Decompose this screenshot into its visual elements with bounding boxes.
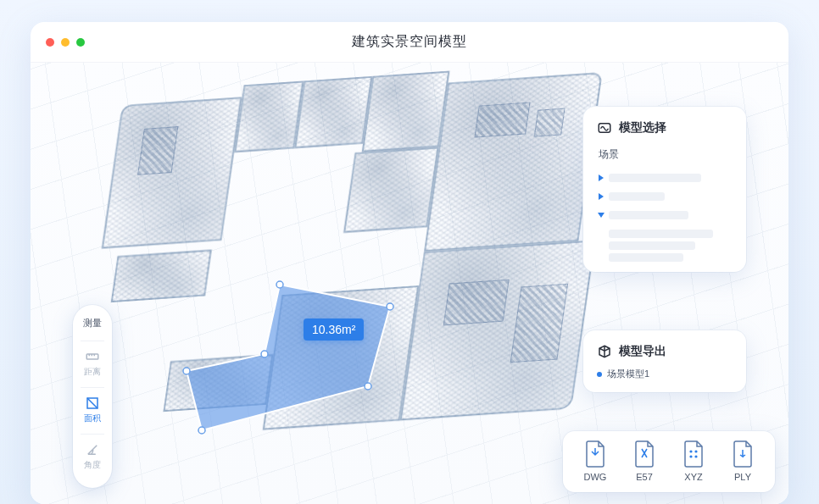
export-item-label: 场景模型1 (607, 368, 649, 380)
measurement-badge: 10.36m² (304, 318, 364, 341)
tool-label: 距离 (84, 366, 101, 378)
close-icon[interactable] (46, 38, 54, 47)
export-formats: DWG E57 XYZ PLY (563, 431, 775, 492)
point-cloud-model (32, 63, 639, 496)
toolbar-title: 测量 (83, 317, 102, 330)
tree-item[interactable] (609, 253, 683, 262)
format-label: E57 (636, 472, 653, 482)
format-ply[interactable]: PLY (724, 440, 761, 482)
window-controls (46, 38, 85, 47)
tool-label: 面积 (84, 413, 101, 424)
tree-item[interactable] (597, 169, 733, 187)
format-dwg[interactable]: DWG (577, 440, 614, 482)
panel-title: 模型导出 (619, 344, 666, 359)
svg-point-12 (694, 455, 697, 457)
chevron-right-icon (599, 174, 604, 181)
file-icon (682, 440, 705, 468)
maximize-icon[interactable] (76, 38, 85, 47)
file-icon (731, 440, 755, 468)
wave-icon (597, 120, 612, 136)
page-title: 建筑实景空间模型 (352, 33, 467, 51)
panel-model-export: 模型导出 场景模型1 (583, 330, 746, 392)
svg-point-10 (694, 450, 697, 452)
format-label: DWG (584, 472, 607, 482)
panel-subtitle: 场景 (599, 147, 731, 162)
format-e57[interactable]: E57 (626, 440, 663, 482)
svg-point-11 (689, 455, 692, 457)
minimize-icon[interactable] (61, 38, 70, 47)
chevron-right-icon (599, 193, 604, 200)
svg-point-9 (689, 450, 692, 452)
chevron-down-icon (598, 213, 604, 218)
cube-icon (597, 344, 612, 359)
area-icon (85, 396, 100, 411)
bullet-icon (597, 372, 602, 377)
titlebar: 建筑实景空间模型 (31, 22, 788, 63)
tool-area[interactable]: 面积 (73, 390, 112, 431)
tool-angle[interactable]: 角度 (73, 437, 112, 478)
export-item[interactable]: 场景模型1 (597, 368, 733, 380)
file-icon (632, 440, 656, 468)
tree-item[interactable] (597, 206, 733, 224)
measure-toolbar: 测量 距离 面积 角度 (73, 305, 112, 488)
format-xyz[interactable]: XYZ (675, 440, 712, 482)
panel-model-select: 模型选择 场景 (583, 107, 746, 272)
angle-icon (85, 442, 100, 457)
tree-item[interactable] (609, 241, 695, 250)
panel-title: 模型选择 (619, 120, 666, 136)
tree-item[interactable] (609, 230, 713, 238)
tool-label: 角度 (84, 459, 101, 471)
format-label: PLY (734, 472, 751, 482)
file-icon (583, 440, 607, 468)
app-window: 建筑实景空间模型 10.36m² 测量 (31, 22, 788, 504)
tool-distance[interactable]: 距离 (73, 344, 112, 385)
tree-item[interactable] (597, 187, 733, 206)
ruler-icon (85, 349, 100, 364)
format-label: XYZ (684, 472, 702, 482)
